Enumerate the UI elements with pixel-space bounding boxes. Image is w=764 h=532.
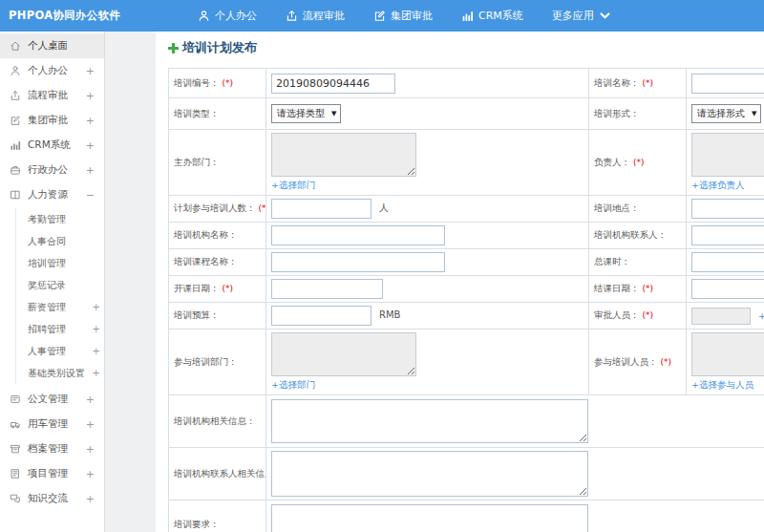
sidebar-item-desktop-label: 个人桌面 [28, 39, 68, 53]
sidebar-item-rewards[interactable]: 奖惩记录 [28, 274, 104, 296]
total-hours-label: 总课时： [589, 249, 687, 276]
sidebar-item-personal-office[interactable]: 个人办公+ [0, 58, 104, 83]
budget-unit-label: RMB [379, 309, 400, 320]
sidebar-item-desktop[interactable]: 个人桌面 [0, 33, 104, 58]
training-form-select[interactable]: 请选择形式▼ [691, 104, 761, 123]
participants-pick-link[interactable]: +选择参与人员 [691, 379, 753, 390]
planned-participants-required-marker: (*) [259, 203, 266, 213]
approvers-box[interactable] [691, 308, 751, 325]
sidebar-item-recruit-label: 招聘管理 [28, 323, 66, 336]
approvers-label: 审批人员：(*) [589, 303, 687, 330]
participants-box[interactable] [691, 332, 764, 376]
participants-label: 参与培训人员：(*) [589, 330, 687, 395]
sidebar-item-group-approval-expand-toggle[interactable]: + [86, 115, 95, 127]
training-name-field-cell [687, 69, 764, 98]
sidebar-item-hr-expand-toggle[interactable]: − [86, 189, 95, 202]
topnav-workflow-approval-label: 流程审批 [303, 9, 345, 23]
sidebar-item-project-expand-toggle[interactable]: + [86, 468, 95, 480]
sidebar-item-personnel-label: 人事管理 [28, 345, 66, 358]
sidebar-item-base-category[interactable]: 基础类别设置+ [28, 362, 104, 384]
sidebar-item-salary[interactable]: 薪资管理+ [28, 296, 104, 318]
select-caret-icon: ▼ [331, 111, 336, 117]
approvers-pick-link[interactable]: +选择审批人员 [758, 309, 764, 320]
training-no-field-cell [266, 69, 589, 98]
sidebar-item-official-doc-expand-toggle[interactable]: + [86, 394, 95, 406]
sidebar-item-vehicle[interactable]: 用车管理+ [0, 412, 104, 436]
end-date-label: 结课日期：(*) [589, 276, 687, 303]
sidebar-item-group-approval[interactable]: 集团审批+ [0, 108, 104, 133]
org-contact-input[interactable] [691, 225, 764, 245]
sidebar-item-workflow-approval[interactable]: 流程审批+ [0, 83, 104, 108]
training-place-label: 培训地点： [589, 196, 687, 223]
participating-depts-field-cell: +选择部门 [266, 330, 589, 395]
sidebar-item-crm[interactable]: CRM系统+ [0, 133, 104, 158]
total-hours-field-cell [687, 249, 764, 276]
sidebar-item-knowledge-expand-toggle[interactable]: + [86, 493, 95, 505]
sidebar-item-official-doc[interactable]: 公文管理+ [0, 387, 104, 412]
form-row-training-requirements: 培训要求： [169, 500, 764, 532]
sidebar-item-hr-contract[interactable]: 人事合同 [28, 230, 104, 252]
sidebar-item-project[interactable]: 项目管理+ [0, 461, 104, 486]
topnav-personal-office[interactable]: 个人办公 [198, 9, 257, 23]
org-info-field-cell [266, 395, 764, 448]
top-navigation: 个人办公流程审批集团审批CRM系统更多应用 [198, 9, 640, 23]
leader-box[interactable] [691, 133, 764, 177]
training-form-select-value: 请选择形式 [697, 107, 745, 120]
topnav-group-approval[interactable]: 集团审批 [373, 9, 433, 23]
org-info-textarea[interactable] [271, 399, 588, 443]
topnav-workflow-approval[interactable]: 流程审批 [286, 9, 345, 23]
topnav-more-apps[interactable]: 更多应用 [552, 9, 611, 23]
training-type-select[interactable]: 请选择类型▼ [271, 104, 341, 123]
sidebar-item-crm-expand-toggle[interactable]: + [86, 139, 95, 152]
participating-depts-pick-link[interactable]: +选择部门 [271, 379, 315, 390]
training-name-input[interactable] [691, 74, 764, 94]
host-dept-pick-link[interactable]: +选择部门 [271, 180, 315, 190]
sidebar-item-archive[interactable]: 档案管理+ [0, 436, 104, 461]
menu-icon[interactable] [156, 8, 173, 25]
sidebar-item-workflow-approval-expand-toggle[interactable]: + [86, 90, 95, 102]
sidebar-item-rewards-label: 奖惩记录 [28, 279, 66, 292]
chat-icon [10, 493, 21, 504]
sidebar-item-knowledge[interactable]: 知识交流+ [0, 486, 104, 511]
sidebar-item-admin-office-expand-toggle[interactable]: + [86, 164, 95, 177]
start-date-input[interactable] [271, 279, 383, 299]
flow-icon [286, 10, 298, 22]
sidebar-item-salary-expand-toggle[interactable]: + [93, 302, 100, 312]
sidebar-item-recruit[interactable]: 招聘管理+ [28, 318, 104, 340]
topnav-personal-office-label: 个人办公 [215, 9, 257, 23]
leader-pick-link[interactable]: +选择负责人 [691, 180, 744, 190]
budget-input[interactable] [271, 306, 371, 326]
topnav-crm[interactable]: CRM系统 [461, 9, 523, 23]
sidebar-item-hr[interactable]: 人力资源− [0, 182, 104, 207]
edit-icon [373, 10, 386, 22]
page-title-text: 培训计划发布 [182, 39, 257, 56]
participating-depts-box[interactable] [271, 332, 416, 376]
host-dept-box[interactable] [271, 133, 416, 177]
sidebar-item-base-category-expand-toggle[interactable]: + [93, 368, 100, 378]
sidebar-item-recruit-expand-toggle[interactable]: + [93, 324, 100, 334]
sidebar-item-training-mgmt[interactable]: 培训管理 [28, 252, 104, 274]
org-contact-info-textarea[interactable] [271, 451, 588, 497]
sidebar-item-archive-expand-toggle[interactable]: + [86, 443, 95, 456]
training-requirements-label: 培训要求： [169, 500, 266, 532]
course-name-field-cell [266, 249, 589, 276]
sidebar-item-personnel[interactable]: 人事管理+ [28, 340, 104, 362]
training-no-input[interactable] [271, 74, 395, 94]
training-requirements-textarea[interactable] [271, 504, 588, 532]
training-place-input[interactable] [691, 199, 764, 219]
form-row-budget: 培训预算：RMB审批人员：(*)+选择审批人员 [169, 303, 764, 330]
total-hours-input[interactable] [691, 252, 764, 272]
course-name-input[interactable] [271, 252, 445, 272]
home-icon [10, 40, 21, 52]
sidebar-item-personal-office-expand-toggle[interactable]: + [86, 65, 95, 77]
training-type-label: 培训类型： [169, 98, 266, 130]
sidebar-item-admin-office[interactable]: 行政办公+ [0, 158, 104, 182]
end-date-input[interactable] [691, 279, 764, 299]
sidebar-item-vehicle-expand-toggle[interactable]: + [86, 418, 95, 431]
training-form-field-cell: 请选择形式▼ [687, 98, 764, 130]
planned-participants-input[interactable] [271, 199, 371, 219]
org-name-input[interactable] [271, 225, 445, 245]
sidebar-item-personnel-expand-toggle[interactable]: + [93, 346, 100, 356]
sidebar-item-attendance[interactable]: 考勤管理 [28, 208, 104, 230]
training-type-field-cell: 请选择类型▼ [266, 98, 589, 130]
